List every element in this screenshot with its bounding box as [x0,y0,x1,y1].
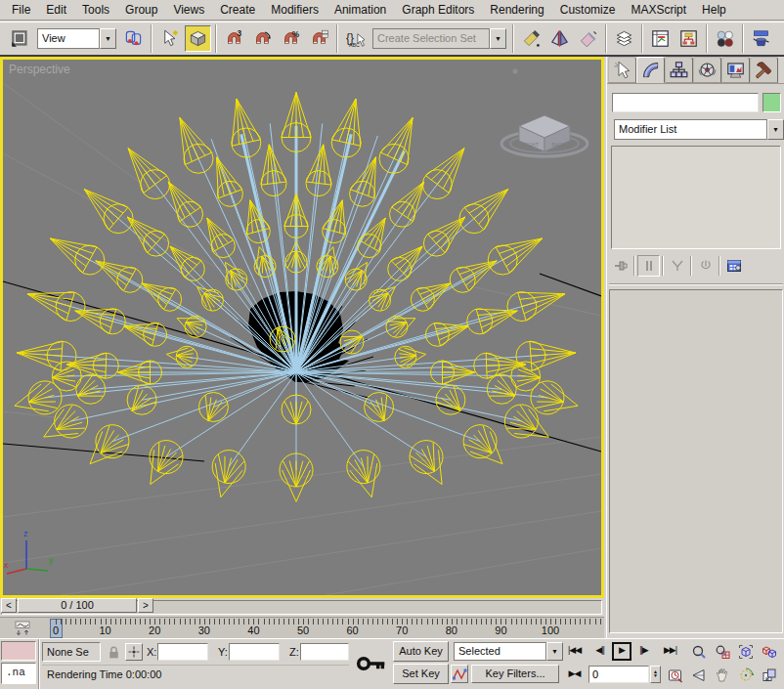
current-frame-field[interactable] [588,666,649,683]
use-center-flyout-icon [124,29,143,48]
menu-maxscript[interactable]: MAXScript [623,1,694,19]
track-bar-ruler[interactable]: 0102030405060708090100 [44,618,604,639]
chevron-down-icon[interactable]: ▼ [546,642,563,661]
menu-customize[interactable]: Customize [552,1,624,19]
chevron-down-icon[interactable]: ▼ [490,28,506,49]
next-key-button[interactable]: ||▶ [633,642,654,661]
field-of-view-icon[interactable] [688,666,709,684]
reference-coordinate-system-dropdown[interactable]: View▼ [37,28,116,49]
percent-snap-button[interactable]: % [278,25,304,52]
zoom-extents-all-icon[interactable] [759,642,779,661]
make-unique-button[interactable] [666,255,688,277]
object-name-field[interactable] [612,93,759,112]
menu-create[interactable]: Create [212,1,263,19]
select-and-manipulate-button[interactable] [156,25,183,52]
key-filters-button[interactable]: Key Filters... [471,665,559,683]
tab-hierarchy[interactable] [665,57,693,83]
modifier-list-dropdown[interactable]: Modifier List ▼ [614,119,784,140]
snap-3d-button[interactable]: 3 [221,25,247,52]
play-button[interactable]: ▶ [612,642,632,661]
ruler-tick [288,619,289,624]
ruler-tick [531,619,532,624]
svg-text:RIGHT: RIGHT [523,142,539,148]
ruler-tick [486,619,487,624]
align-button[interactable] [518,25,544,52]
menu-group[interactable]: Group [117,1,165,19]
curve-editor-button[interactable] [647,25,674,52]
remove-modifier-button[interactable] [694,255,717,277]
tab-modify[interactable] [636,57,665,83]
angle-snap-button[interactable] [249,25,276,52]
menu-rendering[interactable]: Rendering [482,1,551,19]
chevron-down-icon[interactable]: ▼ [100,28,116,49]
mirror-button[interactable] [546,25,573,52]
pin-stack-button[interactable] [609,255,632,277]
chevron-down-icon[interactable]: ▼ [767,119,784,140]
render-scene-button[interactable] [748,25,774,52]
tab-motion[interactable] [693,57,721,83]
object-color-swatch[interactable] [762,93,781,112]
default-tangent-icon[interactable] [451,665,468,683]
use-center-flyout-button[interactable] [120,25,147,52]
snaps-toggle-button[interactable] [185,25,211,52]
tab-create[interactable] [608,57,636,83]
tab-display[interactable] [721,57,750,83]
z-coord-field[interactable] [300,643,349,661]
material-editor-button[interactable] [712,25,738,52]
maxscript-listener-field[interactable]: .na [1,663,36,684]
stack-separator [690,256,692,276]
show-end-result-button[interactable] [637,255,660,277]
menu-views[interactable]: Views [165,1,212,19]
macro-recorder-field[interactable] [1,641,36,661]
arc-rotate-icon[interactable] [735,666,756,684]
menu-animation[interactable]: Animation [327,1,394,19]
spinner-down-icon[interactable]: ▼ [653,672,658,678]
selection-region-button[interactable] [7,25,33,52]
rollout-area[interactable] [609,289,783,633]
quick-align-button[interactable] [575,25,601,52]
menu-tools[interactable]: Tools [74,1,117,19]
menu-modifiers[interactable]: Modifiers [263,1,327,19]
go-to-start-button[interactable]: |◀◀ [563,642,586,661]
auto-key-button[interactable]: Auto Key [393,641,449,662]
viewport-label[interactable]: Perspective [9,63,70,76]
zoom-extents-icon[interactable] [735,642,756,661]
previous-key-button[interactable]: ◀|| [589,642,610,661]
schematic-view-button[interactable] [675,25,702,52]
next-frame-button[interactable]: > [138,598,153,613]
tab-utilities[interactable] [750,57,778,83]
pan-icon[interactable] [712,666,732,684]
zoom-all-icon[interactable] [712,642,732,661]
edit-named-selection-sets-button[interactable]: {}ABC [342,25,369,52]
time-configuration-icon[interactable] [666,666,684,684]
named-selection-set-dropdown[interactable]: Create Selection Set▼ [372,28,506,49]
perspective-viewport[interactable]: RIGHTBACKxyz Perspective [0,57,604,598]
menu-edit[interactable]: Edit [38,1,74,19]
frame-spinner[interactable]: ▲▼ [650,666,661,683]
create-tab-icon [613,61,632,79]
set-key-button[interactable]: Set Key [393,664,449,684]
key-filter-selection-dropdown[interactable]: Selected ▼ [454,642,563,661]
y-coord-field[interactable] [229,643,280,661]
layer-manager-button[interactable] [611,25,637,52]
ruler-tick [185,619,186,624]
zoom-icon[interactable] [688,642,709,661]
selection-lock-icon[interactable] [106,644,122,661]
menu-help[interactable]: Help [694,1,734,19]
menu-file[interactable]: File [4,1,38,19]
menu-graph-editors[interactable]: Graph Editors [394,1,482,19]
open-mini-curve-editor-icon[interactable] [6,620,39,637]
absolute-mode-icon[interactable] [125,643,143,661]
previous-frame-button[interactable]: < [1,598,17,613]
viewport-scene[interactable]: RIGHTBACKxyz [3,60,601,595]
key-mode-toggle[interactable]: ▶◀ [563,666,586,684]
configure-modifier-sets-button[interactable] [722,255,745,277]
time-slider-handle[interactable]: 0 / 100 [18,598,137,613]
min-max-toggle-icon[interactable] [759,666,779,684]
go-to-end-button[interactable]: ▶▶| [659,642,681,661]
modifier-stack-list[interactable] [611,146,781,249]
set-keys-button[interactable] [352,641,391,686]
x-coord-field[interactable] [157,643,208,661]
track-bar[interactable]: 0102030405060708090100 [0,617,604,638]
spinner-snap-button[interactable] [306,25,332,52]
